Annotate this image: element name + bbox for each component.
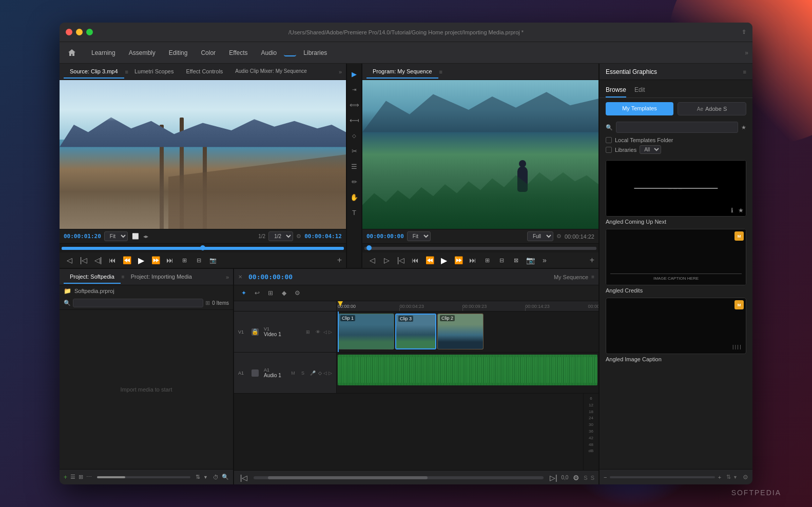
- eg-my-templates-btn[interactable]: My Templates: [606, 102, 673, 115]
- eg-tab-browse[interactable]: Browse: [606, 84, 626, 98]
- template-info-btn-1[interactable]: ℹ: [731, 207, 733, 214]
- go-prev-button[interactable]: ⏮: [107, 255, 118, 266]
- maximize-button[interactable]: [86, 29, 93, 35]
- selection-tool[interactable]: ▶: [348, 68, 360, 80]
- video-clip-2[interactable]: Clip 2: [437, 314, 484, 349]
- project-panel-more[interactable]: »: [226, 274, 229, 280]
- insert-button[interactable]: ⊞: [179, 255, 190, 266]
- eg-favorite-filter[interactable]: ★: [741, 124, 746, 131]
- export-frame-button[interactable]: 📷: [207, 255, 219, 266]
- eg-zoom-slider[interactable]: [610, 476, 714, 478]
- eg-libraries-checkbox[interactable]: [606, 147, 612, 153]
- video-clip-1[interactable]: Clip 1: [338, 314, 394, 349]
- audio-nav-left[interactable]: ◁: [323, 371, 327, 376]
- eg-zoom-in-icon[interactable]: +: [718, 474, 721, 480]
- step-back-button[interactable]: ◁|: [92, 255, 104, 266]
- program-scrubber[interactable]: [362, 243, 598, 252]
- prog-mark-in[interactable]: ◁: [366, 255, 378, 266]
- razor-tool[interactable]: ✂: [348, 145, 360, 157]
- audio-sync-btn[interactable]: M: [289, 369, 297, 377]
- program-tab-menu[interactable]: ≡: [439, 69, 442, 75]
- tab-source-clip[interactable]: Source: Clip 3.mp4: [64, 65, 124, 79]
- template-credits[interactable]: IMAGE CAPTION HERE M Angled Credits: [606, 229, 746, 294]
- eg-sort-arrow[interactable]: ▼: [733, 475, 738, 480]
- play-stop-button[interactable]: ▶: [136, 255, 147, 266]
- seq-marker[interactable]: ◆: [278, 287, 289, 299]
- sequence-tab-menu[interactable]: ≡: [591, 274, 594, 280]
- track-nav-left[interactable]: ◁: [323, 329, 327, 335]
- project-new-bin-icon[interactable]: ⊞: [205, 300, 210, 306]
- source-tabs-more[interactable]: »: [339, 69, 342, 75]
- audio-nav-right[interactable]: ▷: [328, 371, 332, 376]
- template-coming-up-next-thumb[interactable]: ℹ ★: [606, 160, 746, 217]
- timeline-ruler[interactable]: 00:00:00 00:00:04:23 00:00:09:23 00:00:1…: [337, 301, 598, 311]
- mark-in-button[interactable]: ◁: [64, 255, 75, 266]
- source-page-dropdown[interactable]: 1/2: [268, 231, 293, 241]
- menu-editing[interactable]: Editing: [163, 46, 194, 60]
- rolling-edit-tool[interactable]: ⟻: [348, 114, 360, 126]
- prog-more[interactable]: »: [539, 255, 550, 266]
- prog-play-stop[interactable]: ▶: [438, 255, 450, 266]
- close-button[interactable]: [66, 29, 72, 35]
- eg-local-templates-checkbox[interactable]: [606, 137, 612, 143]
- program-scrubber-track[interactable]: [364, 247, 596, 250]
- menu-graphics[interactable]: [284, 49, 296, 56]
- zoom-slider-track[interactable]: [97, 476, 190, 478]
- eg-adobe-stock-btn[interactable]: Ae Adobe S: [678, 102, 746, 115]
- prog-next-edit[interactable]: ⏭: [467, 255, 478, 266]
- template-star-btn-1[interactable]: ★: [738, 207, 744, 214]
- tab-program[interactable]: Program: My Sequence: [366, 65, 438, 79]
- overwrite-button[interactable]: ⊟: [193, 255, 204, 266]
- video-sync-btn[interactable]: ⊞: [304, 328, 312, 336]
- template-image-caption-thumb[interactable]: |||| M: [606, 298, 746, 354]
- audio-mute-btn[interactable]: 🎤: [308, 369, 317, 377]
- program-fit-dropdown[interactable]: Fit: [407, 231, 431, 241]
- video-track-content[interactable]: Clip 1 Clip 3 Clip 2: [337, 311, 598, 352]
- seq-settings[interactable]: ⚙: [292, 287, 303, 299]
- program-quality-dropdown[interactable]: Full: [527, 231, 553, 241]
- tab-lumetri-scopes[interactable]: Lumetri Scopes: [128, 65, 180, 79]
- menu-more-button[interactable]: »: [745, 49, 748, 56]
- search-filter-button[interactable]: 🔍: [222, 474, 229, 480]
- tab-effect-controls[interactable]: Effect Controls: [180, 65, 229, 79]
- prog-extract[interactable]: ⊞: [481, 255, 493, 266]
- clip-duration-button[interactable]: ⏱: [213, 474, 219, 480]
- rate-stretch-tool[interactable]: ◇: [348, 129, 360, 142]
- prog-mark-out[interactable]: ▷: [381, 255, 392, 266]
- eg-zoom-out-icon[interactable]: −: [604, 474, 607, 480]
- timeline-s2[interactable]: S: [591, 475, 594, 481]
- eg-menu-icon[interactable]: ≡: [743, 69, 746, 75]
- hand-tool[interactable]: ✋: [348, 191, 360, 203]
- sort-button[interactable]: ⇅: [196, 474, 200, 480]
- seq-add-track[interactable]: ⊞: [265, 287, 276, 299]
- track-nav-right[interactable]: ▷: [328, 329, 332, 335]
- eg-settings-btn[interactable]: ⚙: [743, 474, 748, 481]
- tab-project-importing[interactable]: Project: Importing Media: [125, 270, 198, 284]
- source-marker-btn[interactable]: ◂▸: [143, 233, 148, 239]
- audio-solo-btn[interactable]: S: [299, 369, 307, 377]
- prog-step-fwd[interactable]: ⏩: [453, 255, 464, 266]
- video-track-lock[interactable]: 🔒: [252, 328, 259, 336]
- prev-frame-button[interactable]: |◁: [78, 255, 89, 266]
- freeform-view-button[interactable]: ⋯: [86, 474, 92, 480]
- prog-prev-edit[interactable]: ⏮: [410, 255, 421, 266]
- video-clip-3[interactable]: Clip 3: [395, 314, 436, 349]
- source-add-button[interactable]: +: [337, 256, 342, 265]
- pen-tool[interactable]: ✏: [348, 176, 360, 188]
- prog-lift[interactable]: ⊟: [496, 255, 507, 266]
- project-search-input[interactable]: [73, 299, 203, 307]
- prog-add-button[interactable]: +: [590, 256, 594, 265]
- prog-in-point[interactable]: |◁: [395, 255, 407, 266]
- source-scrubber-handle[interactable]: [200, 245, 205, 250]
- program-scrubber-handle[interactable]: [366, 245, 372, 250]
- template-coming-up-next[interactable]: ℹ ★ Angled Coming Up Next: [606, 160, 746, 225]
- menu-effects[interactable]: Effects: [223, 46, 254, 60]
- step-next-button[interactable]: ⏩: [150, 255, 161, 266]
- slip-tool[interactable]: ☰: [348, 160, 360, 172]
- prog-export[interactable]: ⊠: [510, 255, 521, 266]
- seq-linked-select[interactable]: ↩: [252, 287, 263, 299]
- video-eye-btn[interactable]: 👁: [314, 328, 322, 336]
- eg-libraries-dropdown[interactable]: All: [640, 145, 661, 154]
- new-item-button[interactable]: +: [64, 474, 67, 481]
- prog-camera[interactable]: 📷: [525, 255, 536, 266]
